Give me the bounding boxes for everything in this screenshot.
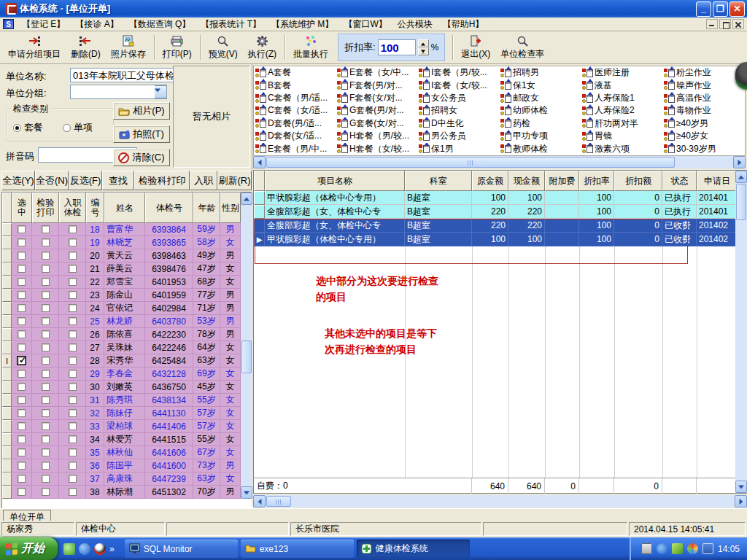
onboard-exam-checkbox[interactable] (69, 317, 77, 325)
package-item[interactable]: 甲功专项 (499, 130, 581, 142)
quick-launch-more-icon[interactable]: » (109, 544, 115, 554)
mdi-child-icon[interactable]: S (3, 19, 14, 29)
keyboard-icon[interactable] (641, 543, 652, 554)
patient-row[interactable]: 24官依记640298471岁男 (2, 302, 241, 315)
toolbar-right-button-0[interactable]: 退出(X) (456, 33, 495, 62)
menu-item-7[interactable]: 【帮助H】 (438, 18, 489, 31)
patient-row[interactable]: 25林龙娇640378053岁男 (2, 315, 241, 328)
action-button-0[interactable]: 全选(Y) (1, 171, 35, 190)
select-checkbox[interactable] (18, 278, 26, 286)
select-checkbox[interactable] (18, 370, 26, 378)
onboard-exam-checkbox[interactable] (69, 475, 77, 483)
patient-row[interactable]: 27吴珠妹642224664岁女 (2, 341, 241, 354)
action-button-4[interactable]: 检验科打印 (134, 171, 190, 190)
onboard-exam-checkbox[interactable] (69, 330, 77, 338)
select-checkbox[interactable] (18, 330, 26, 338)
action-button-1[interactable]: 全否(N) (35, 171, 69, 190)
package-item[interactable]: H套餐（女/较... (336, 143, 417, 155)
package-item[interactable]: 女公务员 (417, 92, 499, 104)
start-button[interactable]: 开始 (0, 537, 58, 560)
menu-item-6[interactable]: 公共模块 (392, 18, 438, 31)
package-item[interactable]: 教师体检 (499, 143, 581, 155)
onboard-exam-checkbox[interactable] (69, 238, 77, 246)
scrollbar-thumb[interactable] (241, 341, 252, 373)
menu-item-4[interactable]: 【系统维护 M】 (266, 18, 338, 31)
onboard-exam-checkbox[interactable] (69, 278, 77, 286)
discount-spinner[interactable] (418, 39, 429, 55)
player-tray-icon[interactable] (672, 543, 683, 554)
lab-print-checkbox[interactable] (42, 278, 50, 286)
clear-photo-button[interactable]: 清除(C) (113, 149, 170, 166)
child-restore-icon[interactable] (719, 19, 731, 29)
select-checkbox[interactable] (18, 304, 26, 312)
qq-icon[interactable] (94, 543, 106, 555)
lab-print-checkbox[interactable] (42, 357, 50, 365)
lab-print-checkbox[interactable] (42, 265, 50, 273)
patient-row[interactable]: 26陈依喜642223078岁男 (2, 328, 241, 341)
child-minimize-icon[interactable] (706, 19, 718, 29)
lab-print-checkbox[interactable] (42, 304, 50, 312)
package-item[interactable]: E套餐（男/中... (254, 143, 336, 155)
unit-group-dropdown-icon[interactable] (155, 85, 167, 98)
package-item[interactable]: 幼师体检 (499, 104, 581, 117)
taskbar-task-0[interactable]: SQL Monitor (125, 540, 238, 558)
package-item[interactable]: A套餐 (254, 66, 336, 79)
lab-print-checkbox[interactable] (42, 343, 50, 351)
onboard-exam-checkbox[interactable] (69, 448, 77, 456)
package-item[interactable]: 高温作业 (662, 92, 744, 104)
hide-icons-icon[interactable] (657, 543, 667, 554)
package-item[interactable]: E套餐（女/中... (336, 66, 417, 79)
spinner-up-icon[interactable] (418, 39, 429, 47)
package-item[interactable]: 药检 (499, 117, 581, 130)
onboard-exam-checkbox[interactable] (69, 422, 77, 430)
patient-row[interactable]: 18曹富华639386459岁男 (2, 223, 241, 236)
onboard-exam-checkbox[interactable] (69, 252, 77, 260)
scroll-left-icon[interactable] (253, 156, 266, 168)
package-item[interactable]: C套餐（女/适... (254, 104, 336, 117)
lab-print-checkbox[interactable] (42, 488, 50, 496)
items-hscrollbar[interactable] (253, 495, 747, 508)
scrollbar-thumb[interactable] (736, 184, 746, 220)
toolbar-button-6[interactable]: 批量执行 (288, 33, 333, 62)
select-checkbox[interactable] (18, 422, 26, 430)
package-item[interactable]: I套餐（女/较... (417, 79, 499, 91)
package-item[interactable]: G套餐(男/对... (336, 104, 417, 117)
scroll-right-icon[interactable] (733, 156, 746, 168)
lab-print-checkbox[interactable] (42, 291, 50, 299)
patient-row[interactable]: 32陈妹仔644113057岁女 (2, 407, 241, 420)
patient-row[interactable]: 29李春金643212869岁女 (2, 368, 241, 381)
lab-print-checkbox[interactable] (42, 396, 50, 404)
toolbar-button-0[interactable]: 申请分组项目 (3, 33, 66, 62)
patient-row[interactable]: 23陈金山640195977岁男 (2, 289, 241, 302)
package-item[interactable]: 激素六项 (581, 143, 662, 155)
package-item[interactable]: 肝功两对半 (581, 117, 662, 130)
close-button[interactable]: ✕ (729, 1, 745, 17)
toolbar-button-2[interactable]: 照片保存 (106, 33, 151, 62)
onboard-exam-checkbox[interactable] (69, 435, 77, 443)
package-item[interactable]: 招聘女 (417, 104, 499, 117)
select-checkbox[interactable] (18, 448, 26, 456)
lab-print-checkbox[interactable] (42, 383, 50, 391)
patient-row[interactable]: 33梁柏球644140657岁女 (2, 420, 241, 433)
action-button-2[interactable]: 反选(F) (69, 171, 102, 190)
toolbar-button-5[interactable]: 执行(Z) (243, 33, 282, 62)
select-checkbox[interactable] (18, 252, 26, 260)
package-item[interactable]: 液基 (581, 79, 662, 91)
take-photo-button[interactable]: 拍照(T) (113, 125, 170, 143)
restore-button[interactable]: ❐ (713, 1, 728, 17)
child-close-icon[interactable] (732, 19, 744, 29)
onboard-exam-checkbox[interactable] (69, 462, 77, 470)
internet-explorer-icon[interactable] (79, 543, 90, 555)
lab-print-checkbox[interactable] (42, 330, 50, 338)
select-checkbox[interactable] (18, 225, 26, 233)
action-button-3[interactable]: 查找 (102, 171, 134, 190)
package-item[interactable]: 保1女 (499, 79, 581, 91)
minimize-button[interactable]: _ (696, 1, 711, 17)
select-checkbox[interactable] (18, 409, 26, 417)
package-item[interactable]: 毒物作业 (662, 104, 744, 117)
discount-rate-input[interactable]: 100 (378, 39, 416, 55)
patient-row[interactable]: 36陈国平644160073岁男 (2, 459, 241, 472)
select-checkbox[interactable] (18, 435, 26, 443)
spinner-down-icon[interactable] (418, 47, 429, 55)
toolbar-button-4[interactable]: 预览(V) (204, 33, 243, 62)
